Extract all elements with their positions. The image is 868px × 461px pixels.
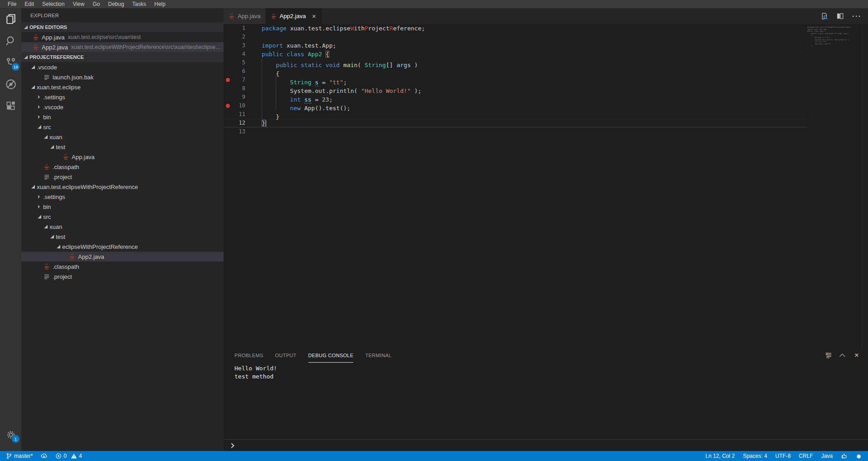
tree-item--settings[interactable]: .settings [21,192,224,202]
code-line[interactable]: 5public static void main( String[] args … [224,58,807,67]
eol-status[interactable]: CRLF [798,451,814,461]
java-file-icon [32,34,39,41]
git-branch-status[interactable]: master* [5,451,34,461]
tree-item--vscode[interactable]: .vscode [21,62,224,72]
file-file-icon [43,73,50,81]
tab-app2-java[interactable]: App2.java× [266,8,322,24]
twisty-expanded-icon [57,245,60,248]
menu-debug[interactable]: Debug [104,0,128,8]
explorer-icon[interactable] [0,8,21,30]
problems-status[interactable]: 0 4 [54,451,83,461]
twisty-expanded-icon [31,185,35,189]
code-editor[interactable]: 1package xuan.test.eclipseWithProjectRef… [224,24,868,348]
twisty-expanded-icon [38,215,41,218]
status-bar: master* 0 4 Ln 12, Col 2 Spaces: 4 UTF-8… [0,451,868,461]
breakpoint-icon[interactable] [224,104,232,108]
tree-item--project[interactable]: .project [21,172,224,182]
maximize-panel-icon[interactable] [841,354,845,358]
indentation-status[interactable]: Spaces: 4 [741,451,768,461]
sync-changes-icon[interactable] [39,451,49,461]
extensions-icon[interactable] [0,95,21,117]
tree-item-app-java[interactable]: App.java [21,152,224,162]
tree-item-src[interactable]: src [21,212,224,222]
panel-tab-output[interactable]: OUTPUT [275,348,297,363]
menu-view[interactable]: View [68,0,88,8]
menu-file[interactable]: File [4,0,20,8]
menu-tasks[interactable]: Tasks [128,0,151,8]
code-line[interactable]: 10new App().test(); [224,102,807,110]
breakpoint-icon[interactable] [224,78,232,82]
code-line[interactable]: 7String s = "tt"; [224,76,807,84]
debug-console-input[interactable] [224,439,868,451]
code-line[interactable]: 3import xuan.test.App; [224,41,807,50]
tree-item-xuan-test-eclipsewithprojectreference[interactable]: xuan.test.eclipseWithProjectReference [21,182,224,192]
code-line[interactable]: 8System.out.println( "Hello World!" ); [224,84,807,93]
search-icon[interactable] [0,30,21,52]
menu-selection[interactable]: Selection [38,0,68,8]
tree-item--classpath[interactable]: .classpath [21,162,224,172]
tree-item-test[interactable]: test [21,232,224,242]
tab-close-icon[interactable]: × [310,13,317,19]
close-panel-icon[interactable]: × [854,352,859,359]
code-line[interactable]: 12} [224,119,807,127]
tree-item-bin[interactable]: bin [21,112,224,122]
editor-scrollbar[interactable] [862,24,868,348]
indent-guide [262,58,276,67]
code-line[interactable]: 9int ss = 23; [224,93,807,102]
tree-item--classpath[interactable]: .classpath [21,262,224,272]
open-editors-header[interactable]: OPEN EDITORS [21,22,224,32]
workspace-section-header[interactable]: PROJECTREFERENCE [21,52,224,62]
tree-item-app2-java[interactable]: App2.java [21,252,224,262]
code-line[interactable]: 4public class App2 { [224,50,807,58]
java-file-icon [68,253,76,260]
tab-app-java[interactable]: App.java [224,8,265,24]
tree-item-label: bin [43,204,51,210]
code-line[interactable]: 2 [224,33,807,41]
tree-item--vscode[interactable]: .vscode [21,102,224,112]
tree-item--project[interactable]: .project [21,272,224,281]
tree-item-test[interactable]: test [21,142,224,152]
code-line[interactable]: 1package xuan.test.eclipseWithProjectRef… [224,24,807,33]
prompt-chevron-icon [229,443,234,448]
split-editor-icon[interactable] [836,12,844,20]
menu-edit[interactable]: Edit [20,0,38,8]
tree-item-xuan[interactable]: xuan [21,222,224,232]
tree-item-eclipsewithprojectreference[interactable]: eclipseWithProjectReference [21,242,224,252]
line-content: String s = "tt"; [254,76,347,84]
line-number: 13 [232,127,245,136]
tree-item-xuan[interactable]: xuan [21,132,224,142]
tree-item--settings[interactable]: .settings [21,92,224,102]
line-number: 3 [232,41,245,50]
code-line[interactable]: 13 [224,127,807,136]
open-editor-item[interactable]: App2.javaxuan.test.eclipseWithProjectRef… [21,42,224,52]
menu-go[interactable]: Go [88,0,104,8]
clear-console-icon[interactable] [825,352,832,359]
language-mode-status[interactable]: Java [820,451,834,461]
smiley-feedback-icon[interactable]: ☻ [854,451,863,461]
encoding-status[interactable]: UTF-8 [774,451,792,461]
tree-item-launch-json-bak[interactable]: launch.json.bak [21,72,224,82]
minimap[interactable]: package xuan.test.eclipseWithProjectRefe… [807,24,862,348]
twisty-expanded-icon [44,135,48,139]
line-content: package xuan.test.eclipseWithProjectRefe… [254,24,425,33]
indent-guide [262,110,276,119]
open-editor-item[interactable]: App.javaxuan.test.eclipse\src\xuan\test [21,32,224,42]
debug-icon[interactable] [0,73,21,95]
panel-tab-terminal[interactable]: TERMINAL [365,348,391,363]
tree-item-label: src [43,214,51,220]
cursor-position-status[interactable]: Ln 12, Col 2 [704,451,736,461]
tree-item-bin[interactable]: bin [21,202,224,212]
menu-help[interactable]: Help [150,0,170,8]
panel-tab-debug-console[interactable]: DEBUG CONSOLE [308,348,354,363]
feedback-thumb-icon[interactable] [839,451,848,461]
tree-item-src[interactable]: src [21,122,224,132]
open-preview-icon[interactable] [820,12,828,20]
editor-tab-bar: App.javaApp2.java× ··· [224,8,868,24]
source-control-icon[interactable]: 19 [0,52,21,73]
explorer-sidebar: EXPLORER OPEN EDITORS App.javaxuan.test.… [21,8,224,451]
more-actions-icon[interactable]: ··· [852,12,862,20]
tree-item-xuan-test-eclipse[interactable]: xuan.test.eclipse [21,82,224,92]
tree-item-label: xuan [49,134,62,141]
panel-tab-problems[interactable]: PROBLEMS [234,348,263,363]
settings-gear-icon[interactable]: 1 [0,424,21,446]
